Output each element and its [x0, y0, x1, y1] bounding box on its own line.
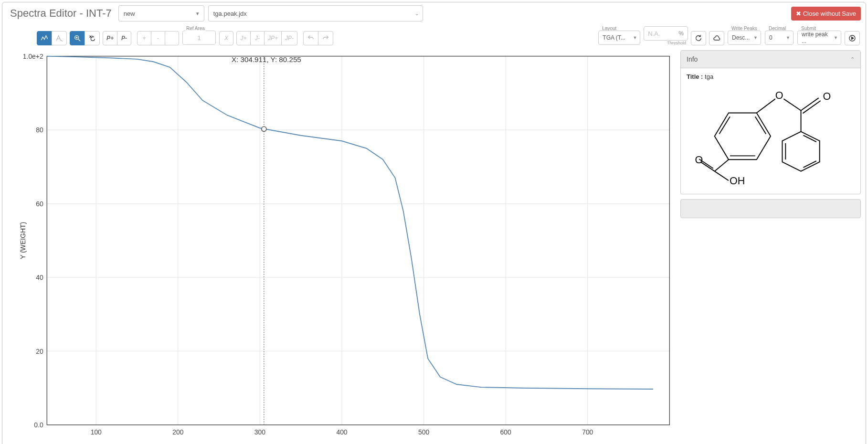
ref-area-input[interactable] — [182, 31, 216, 45]
svg-text:400: 400 — [336, 428, 347, 436]
svg-text:80: 80 — [36, 126, 43, 134]
minus-button[interactable]: - — [151, 31, 165, 45]
molecule-structure: O O O OH — [687, 80, 855, 189]
svg-text:100: 100 — [91, 428, 102, 436]
jp-plus-button[interactable]: JP+ — [264, 31, 282, 45]
svg-text:600: 600 — [500, 428, 511, 436]
peak-remove-button[interactable]: P- — [117, 31, 131, 45]
svg-marker-6 — [852, 37, 854, 39]
submit-select[interactable]: write peak ...▼ — [797, 31, 841, 45]
decimal-select[interactable]: 0▼ — [765, 31, 794, 45]
svg-text:300: 300 — [254, 428, 265, 436]
svg-text:40: 40 — [36, 274, 43, 281]
text-tool-button[interactable] — [52, 31, 67, 45]
collapsed-panel[interactable] — [680, 199, 861, 218]
info-panel-header[interactable]: Info ⌃ — [681, 51, 860, 68]
info-panel: Info ⌃ Title : tga — [680, 50, 861, 194]
svg-text:0.0: 0.0 — [34, 421, 43, 429]
layout-select[interactable]: TGA (T...▼ — [598, 31, 640, 45]
svg-rect-33 — [47, 56, 669, 425]
svg-line-52 — [715, 159, 729, 171]
info-title-label: Title : — [687, 73, 703, 80]
refresh-button[interactable] — [691, 31, 706, 45]
svg-marker-48 — [782, 132, 819, 171]
ref-area-legend: Ref Area — [185, 26, 206, 31]
j-plus-button[interactable]: J+ — [236, 31, 251, 45]
run-button[interactable] — [845, 31, 860, 45]
chart[interactable]: 1002003004005006007000.0204060801.0e+2X:… — [17, 50, 676, 444]
plus-button[interactable]: + — [137, 31, 151, 45]
svg-text:200: 200 — [172, 428, 183, 436]
svg-text:OH: OH — [730, 175, 745, 187]
svg-text:1.0e+2: 1.0e+2 — [23, 53, 43, 60]
chevron-up-icon: ⌃ — [850, 56, 855, 63]
reset-zoom-button[interactable] — [85, 31, 100, 45]
redo-button[interactable] — [318, 31, 333, 45]
svg-text:20: 20 — [36, 348, 43, 355]
svg-marker-39 — [715, 113, 771, 159]
svg-text:700: 700 — [582, 428, 593, 436]
write-peaks-select[interactable]: Desc...▼ — [728, 31, 761, 45]
zoom-button[interactable] — [70, 31, 85, 45]
svg-text:X: 304.911, Y: 80.255: X: 304.911, Y: 80.255 — [232, 55, 301, 63]
spectrum-view-button[interactable] — [37, 31, 52, 45]
peak-add-button[interactable]: P+ — [103, 31, 117, 45]
svg-text:O: O — [695, 154, 703, 166]
threshold-label: Threshold — [667, 41, 688, 45]
svg-line-43 — [757, 99, 775, 113]
svg-line-0 — [61, 40, 63, 42]
svg-text:O: O — [775, 90, 783, 101]
svg-point-35 — [262, 127, 266, 131]
svg-line-44 — [783, 99, 801, 110]
jp-minus-button[interactable]: JP- — [281, 31, 297, 45]
svg-text:Y (WEIGHT): Y (WEIGHT) — [19, 222, 27, 259]
threshold-input[interactable] — [644, 27, 675, 40]
svg-text:60: 60 — [36, 200, 43, 208]
file-select[interactable]: tga.peak.jdx ⌄ — [208, 5, 423, 21]
close-without-save-button[interactable]: ✖ Close without Save — [791, 7, 861, 21]
svg-text:O: O — [823, 91, 831, 102]
close-icon: ✖ — [796, 10, 801, 17]
svg-line-55 — [715, 171, 729, 181]
spectrum-select[interactable]: new ▼ — [118, 5, 204, 21]
info-title-value: tga — [705, 73, 713, 80]
blank-button[interactable] — [165, 31, 179, 45]
x-button[interactable]: X — [219, 31, 233, 45]
page-title: Spectra Editor - INT-7 — [7, 5, 115, 21]
svg-line-2 — [78, 39, 80, 41]
cloud-button[interactable] — [709, 31, 724, 45]
threshold-unit: % — [675, 30, 688, 37]
svg-text:500: 500 — [418, 428, 429, 436]
j-minus-button[interactable]: J- — [250, 31, 265, 45]
undo-button[interactable] — [303, 31, 318, 45]
